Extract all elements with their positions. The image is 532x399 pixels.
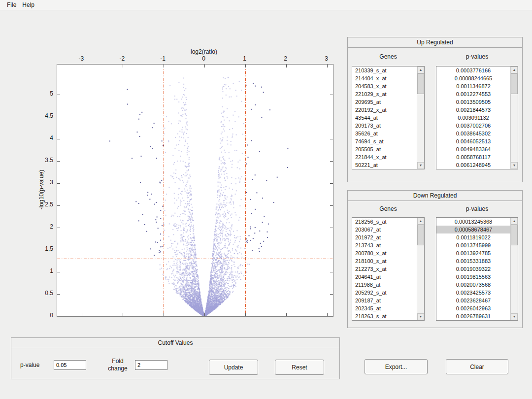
- up-pvalue-item[interactable]: 0.0049483364: [436, 145, 510, 153]
- up-pvalue-item[interactable]: 0.0013509505: [436, 98, 510, 106]
- up-pvalue-item[interactable]: 0.00088244665: [436, 74, 510, 82]
- down-gene-item[interactable]: 218263_s_at: [352, 312, 417, 320]
- clear-button[interactable]: Clear: [446, 359, 508, 374]
- up-gene-item[interactable]: 221844_x_at: [352, 153, 417, 161]
- down-pvalue-item[interactable]: 0.0023628467: [436, 297, 510, 304]
- down-gene-item[interactable]: 201972_at: [352, 233, 417, 241]
- down-pvalue-item[interactable]: 0.0013924785: [436, 249, 510, 257]
- up-pvalue-item[interactable]: 0.0011346872: [436, 82, 510, 90]
- down-gene-item[interactable]: 205292_s_at: [352, 289, 417, 297]
- up-gene-item[interactable]: 220192_x_at: [352, 106, 417, 114]
- scroll-up-arrow-icon[interactable]: ▲: [417, 218, 424, 225]
- reset-button[interactable]: Reset: [275, 360, 324, 375]
- up-gene-item[interactable]: 209695_at: [352, 98, 417, 106]
- down-pvalue-item[interactable]: 0.0023425573: [436, 289, 510, 297]
- volcano-plot-window: File Help log2(ratio) -log10(p-value) -3…: [0, 0, 532, 399]
- scroll-up-arrow-icon[interactable]: ▲: [511, 218, 518, 225]
- down-genes-listbox: 218256_s_at203067_at201972_at213743_at20…: [352, 217, 425, 321]
- up-pvalue-item[interactable]: 0.0038645302: [436, 130, 510, 137]
- down-gene-item[interactable]: 202345_at: [352, 304, 417, 312]
- pvalue-input[interactable]: [54, 360, 86, 370]
- up-gene-item[interactable]: 214404_x_at: [352, 74, 417, 82]
- down-pvalue-item[interactable]: 0.0026042963: [436, 304, 510, 312]
- up-genes-header: Genes: [352, 53, 425, 60]
- y-tick-label: 5: [33, 90, 53, 97]
- up-gene-item[interactable]: 204583_x_at: [352, 82, 417, 90]
- down-pvalue-item[interactable]: 0.0013745999: [436, 241, 510, 249]
- scroll-up-arrow-icon[interactable]: ▲: [511, 66, 518, 73]
- up-pvalue-item[interactable]: 0.0012274553: [436, 90, 510, 98]
- up-gene-item[interactable]: 205505_at: [352, 145, 417, 153]
- up-pvalue-item[interactable]: 0.0021844573: [436, 106, 510, 114]
- x-axis-label: log2(ratio): [191, 48, 217, 55]
- y-tick-label: 3.5: [33, 157, 53, 164]
- down-regulated-panel: Down Regulated Genes p-values 218256_s_a…: [347, 190, 523, 328]
- scroll-down-arrow-icon[interactable]: ▼: [417, 162, 424, 169]
- down-pvalues-scrollbar[interactable]: ▲ ▼: [510, 218, 518, 320]
- down-genes-scrollbar[interactable]: ▲ ▼: [417, 218, 424, 320]
- y-tick-label: 3: [33, 179, 53, 186]
- down-gene-item[interactable]: 203067_at: [352, 226, 417, 233]
- scroll-thumb[interactable]: [511, 73, 518, 94]
- up-gene-item[interactable]: 50221_at: [352, 161, 417, 169]
- cutoff-values-panel: Cutoff Values p-value Fold change Update…: [11, 337, 340, 379]
- up-pvalue-item[interactable]: 0.0037002706: [436, 122, 510, 130]
- up-gene-item[interactable]: 221029_s_at: [352, 90, 417, 98]
- up-pvalues-scrollbar[interactable]: ▲ ▼: [510, 66, 518, 169]
- volcano-scatter-plot[interactable]: [57, 65, 333, 316]
- down-pvalue-item[interactable]: 0.0020073568: [436, 281, 510, 289]
- y-tick-label: 2.5: [33, 201, 53, 208]
- up-pvalues-listbox: 0.00037761660.000882446650.00113468720.0…: [436, 66, 518, 169]
- down-pvalue-item[interactable]: 0.00058678467: [436, 226, 510, 233]
- up-gene-item[interactable]: 209173_at: [352, 122, 417, 130]
- up-gene-item[interactable]: 43544_at: [352, 114, 417, 122]
- cutoff-values-title: Cutoff Values: [11, 338, 339, 348]
- up-pvalue-item[interactable]: 0.0046052513: [436, 137, 510, 145]
- x-tick-label: -1: [154, 55, 172, 62]
- export-button[interactable]: Export...: [365, 359, 428, 374]
- fold-change-input[interactable]: [135, 360, 167, 370]
- up-gene-item[interactable]: 74694_s_at: [352, 137, 417, 145]
- scroll-down-arrow-icon[interactable]: ▼: [511, 313, 518, 320]
- down-pvalue-item[interactable]: 0.0015331883: [436, 257, 510, 265]
- scroll-down-arrow-icon[interactable]: ▼: [511, 162, 518, 169]
- scroll-thumb[interactable]: [417, 73, 424, 94]
- down-regulated-title: Down Regulated: [348, 191, 522, 201]
- down-gene-item[interactable]: 209187_at: [352, 297, 417, 304]
- up-pvalue-item[interactable]: 0.003091132: [436, 114, 510, 122]
- y-tick-label: 4.5: [33, 112, 53, 119]
- y-tick-label: 2: [33, 223, 53, 230]
- scroll-thumb[interactable]: [511, 225, 518, 245]
- down-pvalue-item[interactable]: 0.00013245368: [436, 218, 510, 226]
- scroll-thumb[interactable]: [417, 225, 424, 245]
- y-tick-label: 0: [33, 312, 53, 319]
- up-gene-item[interactable]: 210339_s_at: [352, 66, 417, 74]
- fold-change-label-line2: change: [102, 365, 133, 372]
- scroll-down-arrow-icon[interactable]: ▼: [417, 313, 424, 320]
- down-pvalue-item[interactable]: 0.0026789631: [436, 312, 510, 320]
- down-gene-item[interactable]: 213743_at: [352, 241, 417, 249]
- up-pvalues-header: p-values: [436, 53, 518, 60]
- down-pvalue-item[interactable]: 0.0019815563: [436, 273, 510, 281]
- down-gene-item[interactable]: 204641_at: [352, 273, 417, 281]
- up-pvalue-item[interactable]: 0.0061248945: [436, 161, 510, 169]
- down-gene-item[interactable]: 211988_at: [352, 281, 417, 289]
- menu-item-file[interactable]: File: [4, 0, 19, 9]
- down-gene-item[interactable]: 218100_s_at: [352, 257, 417, 265]
- down-gene-item[interactable]: 200780_x_at: [352, 249, 417, 257]
- up-genes-scrollbar[interactable]: ▲ ▼: [417, 66, 424, 169]
- y-tick-label: 1.5: [33, 245, 53, 252]
- up-pvalue-item[interactable]: 0.0058768117: [436, 153, 510, 161]
- update-button[interactable]: Update: [209, 360, 258, 375]
- down-gene-item[interactable]: 212273_x_at: [352, 265, 417, 273]
- menu-item-help[interactable]: Help: [19, 0, 37, 9]
- up-pvalue-item[interactable]: 0.0003776166: [436, 66, 510, 74]
- pvalue-label: p-value: [20, 362, 39, 368]
- down-pvalue-item[interactable]: 0.0019039322: [436, 265, 510, 273]
- down-gene-item[interactable]: 218256_s_at: [352, 218, 417, 226]
- fold-change-label: Fold change: [102, 358, 133, 372]
- down-pvalue-item[interactable]: 0.0011819022: [436, 233, 510, 241]
- scroll-up-arrow-icon[interactable]: ▲: [417, 66, 424, 73]
- up-gene-item[interactable]: 35626_at: [352, 130, 417, 137]
- x-tick-label: 1: [236, 55, 254, 62]
